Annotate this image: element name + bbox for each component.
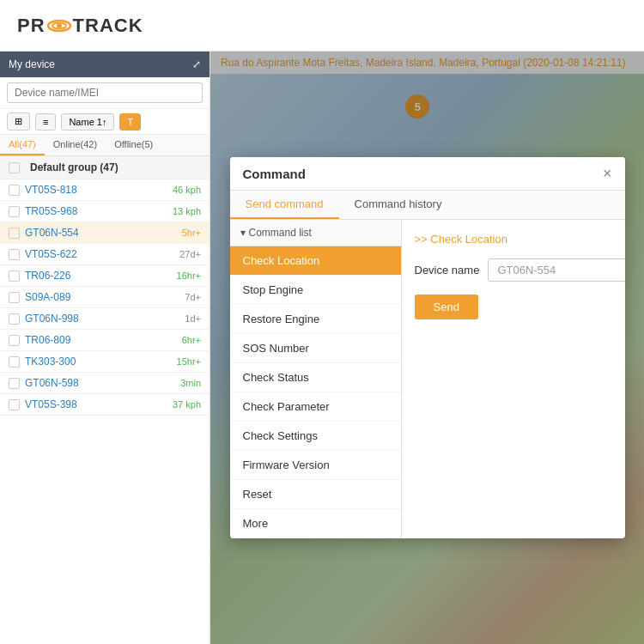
sidebar-collapse-icon[interactable]: ⤢ <box>192 58 201 70</box>
device-checkbox[interactable] <box>9 399 20 410</box>
device-name-label: Device name <box>415 264 480 276</box>
dialog-tabs: Send command Command history <box>230 191 625 220</box>
device-status-tabs: All(47) Online(42) Offline(5) <box>0 135 210 156</box>
logo-icon <box>47 17 71 34</box>
device-name: TR06-809 <box>25 334 182 346</box>
device-status: 46 kph <box>173 185 201 195</box>
filter-btn[interactable]: T <box>119 113 141 131</box>
group-checkbox[interactable] <box>9 162 20 173</box>
command-item[interactable]: More <box>230 509 401 538</box>
tab-command-history[interactable]: Command history <box>339 191 458 219</box>
device-group-header: Default group (47) <box>0 156 210 179</box>
device-item[interactable]: GT06N-998 1d+ <box>0 308 210 330</box>
dialog-close-btn[interactable]: × <box>603 166 612 181</box>
device-status: 5hr+ <box>182 228 201 238</box>
command-item[interactable]: Restore Engine <box>230 305 401 334</box>
device-item[interactable]: TK303-300 15hr+ <box>0 351 210 373</box>
device-checkbox[interactable] <box>9 249 20 260</box>
command-list-column: ▾ Command list Check LocationStop Engine… <box>230 220 402 538</box>
send-command-btn[interactable]: Send <box>415 295 478 319</box>
sidebar-title: My device <box>9 58 55 70</box>
dialog-title: Command <box>243 167 306 181</box>
device-status: 27d+ <box>179 249 201 259</box>
device-name: GT06N-554 <box>25 227 182 239</box>
app-logo: PR TRACK <box>17 15 143 37</box>
device-name: TR05S-968 <box>25 205 173 217</box>
device-checkbox[interactable] <box>9 292 20 303</box>
map-area: Rua do Aspirante Mota Freitas, Madeira I… <box>210 52 644 644</box>
device-name-row: Device name <box>415 258 625 282</box>
app-header: PR TRACK <box>0 0 644 52</box>
device-status: 6hr+ <box>182 335 201 345</box>
command-item[interactable]: SOS Number <box>230 334 401 363</box>
command-dialog: Command × Send command Command history ▾… <box>230 157 625 538</box>
group-name: Default group (47) <box>30 161 118 173</box>
command-list-header: ▾ Command list <box>230 220 401 246</box>
device-item[interactable]: GT06N-554 5hr+ <box>0 222 210 244</box>
tab-online[interactable]: Online(42) <box>45 135 106 155</box>
sidebar-header: My device ⤢ <box>0 52 210 77</box>
dialog-header: Command × <box>230 157 625 191</box>
check-location-link[interactable]: >> Check Location <box>415 233 625 246</box>
device-checkbox[interactable] <box>9 378 20 389</box>
device-name: S09A-089 <box>25 291 185 303</box>
device-item[interactable]: VT05S-818 46 kph <box>0 179 210 201</box>
device-status: 3min <box>180 378 201 388</box>
device-checkbox[interactable] <box>9 270 20 282</box>
command-list-label: Command list <box>249 227 312 239</box>
sort-btn[interactable]: Name 1↑ <box>61 113 114 131</box>
device-status: 1d+ <box>185 313 201 324</box>
device-checkbox[interactable] <box>9 228 20 239</box>
device-checkbox[interactable] <box>9 313 20 325</box>
device-status: 16hr+ <box>177 270 201 281</box>
dialog-body: ▾ Command list Check LocationStop Engine… <box>230 220 625 538</box>
device-item[interactable]: VT05S-398 37 kph <box>0 394 210 416</box>
device-checkbox[interactable] <box>9 335 20 346</box>
device-checkbox[interactable] <box>9 206 20 217</box>
tab-send-command[interactable]: Send command <box>230 191 339 219</box>
logo-text-before: PR <box>17 15 46 37</box>
sidebar-search-area <box>0 77 210 109</box>
command-item[interactable]: Check Location <box>230 246 401 276</box>
device-checkbox[interactable] <box>9 185 20 196</box>
device-status: 13 kph <box>173 206 201 216</box>
device-name-input[interactable] <box>488 258 624 282</box>
device-status: 37 kph <box>173 399 201 410</box>
device-item[interactable]: GT06N-598 3min <box>0 373 210 394</box>
grid-view-btn[interactable]: ⊞ <box>7 112 30 131</box>
svg-point-2 <box>57 23 62 28</box>
device-name: VT05S-398 <box>25 398 173 410</box>
tab-all[interactable]: All(47) <box>0 135 45 155</box>
dialog-overlay: Command × Send command Command history ▾… <box>210 52 644 644</box>
command-item[interactable]: Check Settings <box>230 422 401 451</box>
list-view-btn[interactable]: ≡ <box>35 113 56 131</box>
device-item[interactable]: TR06-226 16hr+ <box>0 265 210 287</box>
device-item[interactable]: TR06-809 6hr+ <box>0 330 210 351</box>
device-name: GT06N-998 <box>25 313 185 325</box>
main-layout: My device ⤢ ⊞ ≡ Name 1↑ T All(47) Online… <box>0 52 644 644</box>
device-item[interactable]: VT05S-622 27d+ <box>0 244 210 265</box>
command-item[interactable]: Firmware Version <box>230 451 401 480</box>
command-item[interactable]: Reset <box>230 480 401 509</box>
device-name: TK303-300 <box>25 355 177 368</box>
command-list: Check LocationStop EngineRestore EngineS… <box>230 246 401 538</box>
command-item[interactable]: Check Parameter <box>230 392 401 422</box>
device-name: GT06N-598 <box>25 377 180 389</box>
command-item[interactable]: Check Status <box>230 363 401 392</box>
device-list: Default group (47) VT05S-818 46 kph TR05… <box>0 156 210 644</box>
device-status: 7d+ <box>185 292 201 302</box>
command-item[interactable]: Stop Engine <box>230 276 401 305</box>
sidebar: My device ⤢ ⊞ ≡ Name 1↑ T All(47) Online… <box>0 52 210 644</box>
command-detail-column: >> Check Location Device name Send <box>402 220 625 538</box>
device-name: VT05S-818 <box>25 184 173 196</box>
device-item[interactable]: TR05S-968 13 kph <box>0 201 210 222</box>
device-name: VT05S-622 <box>25 248 179 260</box>
search-input[interactable] <box>7 82 203 103</box>
device-item[interactable]: S09A-089 7d+ <box>0 287 210 308</box>
logo-text-after: TRACK <box>73 15 143 37</box>
device-status: 15hr+ <box>177 356 201 367</box>
tab-offline[interactable]: Offline(5) <box>106 135 161 155</box>
device-name: TR06-226 <box>25 270 177 282</box>
collapse-icon: ▾ <box>240 227 246 239</box>
device-checkbox[interactable] <box>9 356 20 368</box>
